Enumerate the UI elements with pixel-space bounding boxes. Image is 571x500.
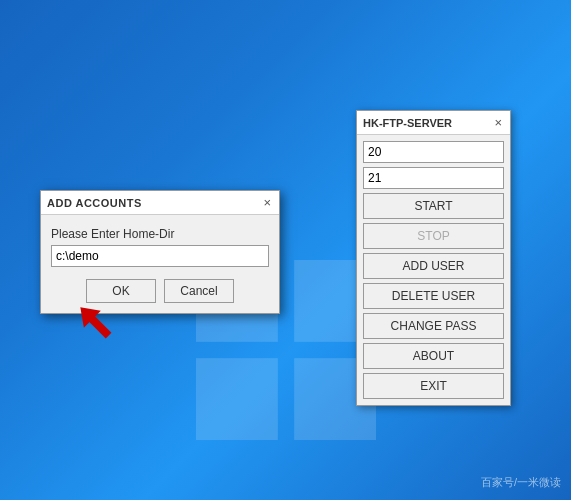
ftp-port1-input[interactable] <box>363 141 504 163</box>
watermark-text: 百家号/一米微读 <box>481 475 561 490</box>
ftp-content: START STOP ADD USER DELETE USER CHANGE P… <box>357 135 510 405</box>
about-button[interactable]: ABOUT <box>363 343 504 369</box>
desktop: 百家号/一米微读 HK-FTP-SERVER × START STOP ADD … <box>0 0 571 500</box>
start-button[interactable]: START <box>363 193 504 219</box>
change-pass-button[interactable]: CHANGE PASS <box>363 313 504 339</box>
exit-button[interactable]: EXIT <box>363 373 504 399</box>
dialog-label: Please Enter Home-Dir <box>51 227 269 241</box>
ftp-window-title: HK-FTP-SERVER <box>363 117 452 129</box>
ftp-port2-input[interactable] <box>363 167 504 189</box>
svg-rect-2 <box>196 358 278 440</box>
ftp-close-button[interactable]: × <box>492 116 504 129</box>
add-user-button[interactable]: ADD USER <box>363 253 504 279</box>
dialog-titlebar: ADD ACCOUNTS × <box>41 191 279 215</box>
delete-user-button[interactable]: DELETE USER <box>363 283 504 309</box>
ftp-server-window: HK-FTP-SERVER × START STOP ADD USER DELE… <box>356 110 511 406</box>
dialog-title: ADD ACCOUNTS <box>47 197 142 209</box>
red-arrow-indicator <box>68 295 128 355</box>
arrow-svg <box>68 295 128 355</box>
dialog-close-button[interactable]: × <box>261 195 273 210</box>
stop-button: STOP <box>363 223 504 249</box>
cancel-button[interactable]: Cancel <box>164 279 234 303</box>
ftp-titlebar: HK-FTP-SERVER × <box>357 111 510 135</box>
home-dir-input[interactable] <box>51 245 269 267</box>
